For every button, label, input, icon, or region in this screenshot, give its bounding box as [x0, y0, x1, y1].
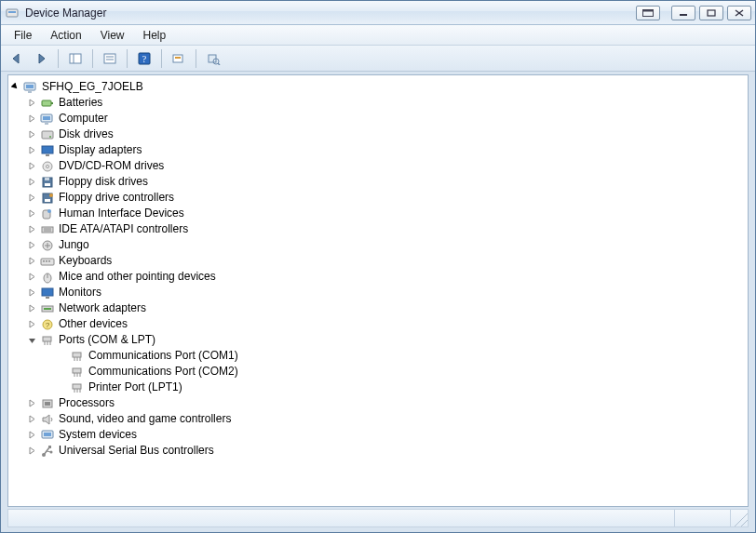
- svg-rect-10: [104, 54, 115, 63]
- expander-icon[interactable]: [27, 177, 37, 187]
- category-label: Human Interface Devices: [59, 206, 184, 221]
- toolbar-separator: [196, 49, 196, 68]
- tree-category[interactable]: Network adapters: [27, 300, 746, 316]
- svg-text:?: ?: [142, 54, 147, 64]
- tree-root[interactable]: SFHQ_EG_7JOELB: [10, 79, 746, 95]
- tree-category[interactable]: IDE ATA/ATAPI controllers: [27, 221, 746, 237]
- svg-point-29: [49, 136, 51, 138]
- svg-rect-77: [44, 433, 51, 436]
- expander-icon[interactable]: [27, 98, 37, 108]
- category-label: IDE ATA/ATAPI controllers: [59, 221, 188, 237]
- help-button[interactable]: ?: [134, 48, 155, 69]
- svg-rect-22: [28, 91, 32, 93]
- expander-icon[interactable]: [27, 414, 37, 424]
- expander-icon[interactable]: [27, 145, 37, 155]
- tree-category[interactable]: Universal Serial Bus controllers: [27, 443, 746, 459]
- tree-category[interactable]: Mice and other pointing devices: [27, 269, 746, 285]
- tree-device[interactable]: Printer Port (LPT1): [44, 380, 746, 395]
- tree-category[interactable]: Human Interface Devices: [27, 206, 746, 221]
- ide-icon: [40, 222, 55, 237]
- svg-rect-31: [46, 154, 49, 156]
- expander-icon[interactable]: [27, 224, 37, 234]
- disk-icon: [40, 127, 55, 142]
- expander-icon[interactable]: [27, 129, 37, 140]
- tree-category[interactable]: Jungo: [27, 237, 746, 253]
- tree-category[interactable]: Floppy drive controllers: [27, 190, 746, 206]
- tree-category[interactable]: Sound, video and game controllers: [27, 411, 746, 427]
- category-label: Other devices: [59, 316, 128, 332]
- menu-file[interactable]: File: [5, 27, 41, 44]
- scan-hardware-button[interactable]: [169, 48, 189, 69]
- system-icon: [40, 428, 55, 443]
- port-icon: [70, 349, 85, 364]
- svg-rect-42: [42, 227, 53, 233]
- network-icon: [40, 301, 55, 316]
- caption-button-extra[interactable]: [636, 6, 660, 20]
- svg-rect-66: [73, 368, 81, 373]
- root-label: SFHQ_EG_7JOELB: [42, 79, 143, 95]
- tree-category[interactable]: Floppy disk drives: [27, 174, 746, 190]
- tree-category[interactable]: Batteries: [27, 95, 746, 111]
- device-tree[interactable]: SFHQ_EG_7JOELB BatteriesComputerDisk dri…: [7, 74, 749, 507]
- close-button[interactable]: [727, 6, 751, 20]
- tree-category[interactable]: Disk drives: [27, 127, 746, 142]
- expander-icon[interactable]: [27, 272, 37, 282]
- expander-icon[interactable]: [27, 113, 37, 124]
- expander-icon[interactable]: [27, 240, 37, 250]
- port-icon: [70, 365, 85, 380]
- tree-category[interactable]: DVD/CD-ROM drives: [27, 158, 746, 174]
- category-label: System devices: [59, 427, 137, 443]
- expander-icon[interactable]: [27, 446, 37, 456]
- expander-icon[interactable]: [27, 398, 37, 408]
- expander-icon[interactable]: [27, 193, 37, 203]
- minimize-button[interactable]: [671, 6, 695, 20]
- tree-category[interactable]: ?Other devices: [27, 316, 746, 332]
- tree-device[interactable]: Communications Port (COM1): [44, 348, 746, 364]
- tree-device[interactable]: Communications Port (COM2): [44, 364, 746, 380]
- tree-category[interactable]: Ports (COM & LPT): [27, 332, 746, 348]
- expander-icon[interactable]: [27, 319, 37, 329]
- status-segment: [675, 510, 731, 526]
- hid-icon: [40, 207, 55, 221]
- back-button[interactable]: [7, 48, 27, 69]
- update-driver-button[interactable]: [203, 48, 223, 69]
- show-hide-tree-button[interactable]: [65, 48, 86, 69]
- menu-help[interactable]: Help: [134, 27, 176, 44]
- port-icon: [40, 333, 55, 348]
- tree-category[interactable]: Computer: [27, 111, 746, 127]
- expander-icon[interactable]: [27, 256, 37, 266]
- svg-rect-30: [42, 146, 53, 153]
- tree-category[interactable]: Keyboards: [27, 253, 746, 269]
- sound-icon: [40, 412, 55, 427]
- device-label: Printer Port (LPT1): [88, 380, 182, 395]
- svg-rect-3: [643, 9, 654, 11]
- svg-rect-27: [45, 123, 48, 125]
- tree-category[interactable]: System devices: [27, 427, 746, 443]
- expander-icon[interactable]: [27, 161, 37, 171]
- svg-rect-21: [26, 85, 34, 88]
- tree-category[interactable]: Processors: [27, 395, 746, 411]
- tree-category[interactable]: Display adapters: [27, 142, 746, 158]
- svg-rect-55: [44, 308, 51, 310]
- cpu-icon: [40, 396, 55, 411]
- menu-action[interactable]: Action: [41, 27, 90, 44]
- expander-icon[interactable]: [27, 287, 37, 298]
- svg-rect-58: [43, 337, 51, 341]
- category-label: Network adapters: [59, 300, 146, 316]
- forward-button[interactable]: [31, 48, 51, 69]
- expander-icon[interactable]: [27, 335, 37, 345]
- keyboard-icon: [40, 254, 55, 269]
- properties-button[interactable]: [100, 48, 120, 69]
- expander-icon[interactable]: [27, 303, 37, 313]
- tree-category[interactable]: Monitors: [27, 285, 746, 300]
- svg-rect-35: [45, 178, 49, 180]
- maximize-button[interactable]: [699, 6, 723, 20]
- category-label: Keyboards: [59, 253, 112, 269]
- svg-rect-28: [42, 131, 53, 139]
- resize-grip-icon[interactable]: [731, 510, 748, 526]
- expander-icon[interactable]: [27, 208, 37, 219]
- svg-point-39: [49, 193, 53, 197]
- menu-view[interactable]: View: [91, 27, 134, 44]
- expander-icon[interactable]: [27, 430, 37, 440]
- expander-icon[interactable]: [10, 82, 20, 92]
